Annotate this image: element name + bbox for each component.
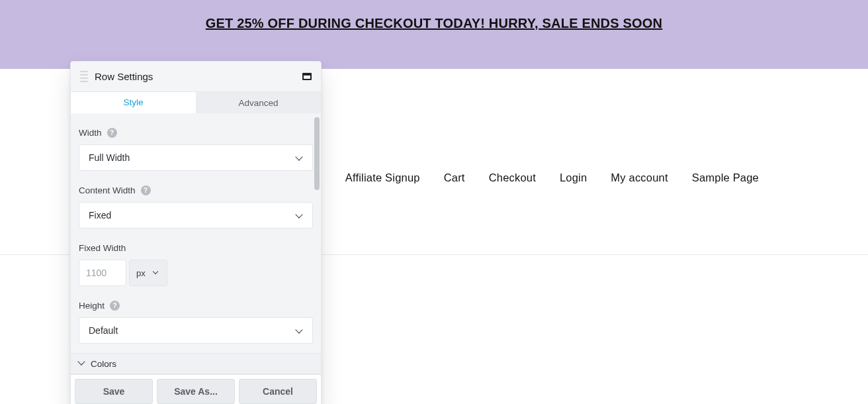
select-content-width[interactable]: Fixed	[79, 202, 313, 228]
section-colors[interactable]: Colors	[71, 353, 321, 374]
nav-cart[interactable]: Cart	[444, 172, 465, 184]
nav-affiliate-signup[interactable]: Affiliate Signup	[345, 172, 420, 184]
field-width: Width ? Full Width	[79, 128, 313, 171]
panel-footer: Save Save As... Cancel	[71, 374, 321, 404]
label-content-width: Content Width ?	[79, 185, 313, 195]
label-width-text: Width	[79, 128, 102, 138]
input-fixed-width[interactable]: 1100	[79, 260, 126, 286]
chevron-down-icon	[79, 359, 85, 366]
promo-banner: GET 25% OFF DURING CHECKOUT TODAY! HURRY…	[0, 0, 868, 69]
nav-checkout[interactable]: Checkout	[489, 172, 536, 184]
chevron-down-icon	[296, 154, 303, 161]
chevron-down-icon	[296, 212, 303, 219]
tab-style[interactable]: Style	[71, 92, 196, 113]
row-settings-panel: Row Settings Style Advanced Width ? Full…	[70, 61, 322, 404]
label-content-width-text: Content Width	[79, 185, 136, 195]
field-fixed-width: Fixed Width 1100 px	[79, 243, 313, 286]
select-height[interactable]: Default	[79, 317, 313, 344]
panel-title: Row Settings	[95, 71, 302, 82]
scrollbar-thumb[interactable]	[314, 117, 320, 190]
select-width-value: Full Width	[89, 152, 130, 163]
nav-my-account[interactable]: My account	[611, 172, 668, 184]
select-width[interactable]: Full Width	[79, 144, 313, 171]
panel-tabs: Style Advanced	[71, 92, 321, 113]
chevron-down-icon	[153, 270, 160, 276]
field-height: Height ? Default	[79, 301, 313, 344]
scrollbar[interactable]	[314, 117, 320, 332]
help-icon[interactable]: ?	[141, 185, 151, 195]
label-fixed-width-text: Fixed Width	[79, 243, 126, 253]
select-height-value: Default	[89, 325, 118, 336]
nav-login[interactable]: Login	[560, 172, 587, 184]
panel-header[interactable]: Row Settings	[71, 62, 321, 92]
field-content-width: Content Width ? Fixed	[79, 185, 313, 228]
chevron-down-icon	[296, 327, 303, 334]
label-height: Height ?	[79, 301, 313, 311]
save-as-button[interactable]: Save As...	[157, 379, 235, 404]
section-colors-label: Colors	[91, 359, 116, 369]
unit-value: px	[136, 268, 146, 278]
window-toggle-icon[interactable]	[302, 73, 312, 80]
nav-sample-page[interactable]: Sample Page	[692, 172, 759, 184]
select-content-width-value: Fixed	[89, 210, 111, 221]
label-height-text: Height	[79, 301, 105, 311]
label-width: Width ?	[79, 128, 313, 138]
help-icon[interactable]: ?	[107, 128, 117, 138]
drag-handle-icon[interactable]	[80, 71, 88, 82]
label-fixed-width: Fixed Width	[79, 243, 313, 253]
select-fixed-width-unit[interactable]: px	[129, 260, 167, 286]
cancel-button[interactable]: Cancel	[239, 379, 317, 404]
help-icon[interactable]: ?	[110, 301, 120, 311]
save-button[interactable]: Save	[75, 379, 153, 404]
tab-advanced[interactable]: Advanced	[196, 92, 321, 113]
panel-body: Width ? Full Width Content Width ? Fixed…	[71, 113, 321, 345]
input-fixed-width-value: 1100	[86, 268, 107, 278]
main-nav: te Login Affiliate Signup Cart Checkout …	[281, 172, 759, 184]
